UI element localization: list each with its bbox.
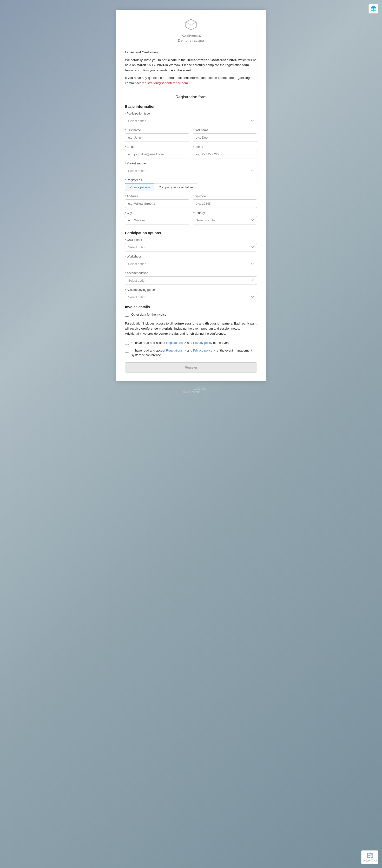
invoice-checkbox-row: Other data for the invoice <box>125 312 257 317</box>
accompanying-person-select[interactable]: Select option <box>125 293 257 301</box>
footer: sf-conference 1.0.0-dev 2024 © sf-labs <box>176 387 206 394</box>
register-as-toggle: Private person Company representative <box>125 183 257 191</box>
intro-contact: If you have any questions or need additi… <box>125 75 257 86</box>
participation-type-group: * Participation type Select option <box>125 112 257 125</box>
phone-label: * Phone <box>193 145 257 149</box>
country-select[interactable]: Select country <box>193 216 257 224</box>
market-segment-select[interactable]: Select option <box>125 166 257 175</box>
email-group: * Email <box>125 145 189 158</box>
country-label: * Country <box>193 211 257 215</box>
logo-title: Konferencja Demonstracyjna <box>178 33 204 43</box>
accommodation-label: * Accommodation <box>125 272 257 275</box>
consent1-regulations-link[interactable]: Regulations ↗ <box>166 341 186 345</box>
market-segment-group: * Market segment Select option <box>125 162 257 175</box>
register-as-label: * Register as <box>125 179 257 182</box>
workshops-label: * Workshops <box>125 255 257 258</box>
intro-body: We cordially invite you to participate i… <box>125 57 257 73</box>
last-name-input[interactable] <box>193 133 257 142</box>
private-person-button[interactable]: Private person <box>125 183 154 191</box>
address-label: * Address <box>125 194 189 198</box>
contact-row: * Email * Phone <box>125 145 257 162</box>
zip-code-group: * Zip code <box>193 194 257 208</box>
city-input[interactable] <box>125 216 189 224</box>
company-representative-button[interactable]: Company representative <box>154 183 198 191</box>
participation-note: Participation includes access to all lec… <box>125 321 257 336</box>
invoice-checkbox-label: Other data for the invoice <box>131 312 167 317</box>
accompanying-person-label: * Accompanying person <box>125 288 257 292</box>
basic-info-section-label: Basic information <box>125 104 257 108</box>
zip-code-label: * Zip code <box>193 194 257 198</box>
logo-icon <box>185 18 197 31</box>
consent1-row: * I have read and accept Regulations ↗ a… <box>125 340 257 345</box>
address-input[interactable] <box>125 199 189 208</box>
consent2-regulations-link[interactable]: Regulations ↗ <box>166 349 186 352</box>
divider <box>125 91 257 91</box>
recaptcha-badge: 🔄 reCAPTCHA <box>361 850 378 864</box>
consent1-privacy-link[interactable]: Privacy policy <box>193 341 212 345</box>
city-country-row: * City * Country Select country <box>125 211 257 228</box>
address-row: * Address * Zip code <box>125 194 257 211</box>
workshops-select[interactable]: Select option <box>125 260 257 268</box>
country-group: * Country Select country <box>193 211 257 224</box>
participation-type-select[interactable]: Select option <box>125 117 257 125</box>
logo-area: Konferencja Demonstracyjna <box>125 18 257 43</box>
consent2-checkbox[interactable] <box>125 349 129 352</box>
last-name-group: * Last name <box>193 128 257 142</box>
name-row: * First name * Last name <box>125 128 257 145</box>
gala-dinner-select[interactable]: Select option <box>125 243 257 251</box>
first-name-group: * First name <box>125 128 189 142</box>
city-group: * City <box>125 211 189 224</box>
accompanying-person-group: * Accompanying person Select option <box>125 288 257 301</box>
accommodation-group: * Accommodation Select option <box>125 272 257 285</box>
email-label: * Email <box>125 145 189 149</box>
register-as-group: * Register as Private person Company rep… <box>125 179 257 191</box>
participation-options-section-label: Participation options <box>125 231 257 235</box>
city-label: * City <box>125 211 189 215</box>
accommodation-select[interactable]: Select option <box>125 276 257 285</box>
gala-dinner-label: * Gala dinner <box>125 238 257 242</box>
email-input[interactable] <box>125 150 189 158</box>
consent2-privacy-link[interactable]: Privacy policy ↗ <box>193 349 216 352</box>
phone-input[interactable] <box>193 150 257 158</box>
contact-email-link[interactable]: registration@sf-conference.com <box>142 81 188 85</box>
registration-card: Konferencja Demonstracyjna Ladies and Ge… <box>116 10 266 381</box>
address-group: * Address <box>125 194 189 208</box>
footer-link[interactable]: sf-conference <box>176 387 194 390</box>
first-name-input[interactable] <box>125 133 189 142</box>
form-title: Registration form <box>125 95 257 100</box>
phone-group: * Phone <box>193 145 257 158</box>
consent2-label: * I have read and accept Regulations ↗ a… <box>131 348 257 358</box>
last-name-label: * Last name <box>193 128 257 132</box>
market-segment-label: * Market segment <box>125 162 257 165</box>
participation-type-label: * Participation type <box>125 112 257 116</box>
first-name-label: * First name <box>125 128 189 132</box>
gala-dinner-group: * Gala dinner Select option <box>125 238 257 251</box>
consent1-label: * I have read and accept Regulations ↗ a… <box>131 340 230 345</box>
consent2-row: * I have read and accept Regulations ↗ a… <box>125 348 257 358</box>
svg-marker-1 <box>186 19 196 25</box>
invoice-details-section-label: Invoice details <box>125 305 257 309</box>
recaptcha-icon: 🔄 <box>363 852 376 858</box>
required-star: * <box>125 112 126 116</box>
intro-greeting: Ladies and Gentlemen, <box>125 50 257 55</box>
recaptcha-text: reCAPTCHA <box>363 859 377 862</box>
workshops-group: * Workshops Select option <box>125 255 257 268</box>
language-button[interactable]: 🌐 <box>369 4 378 13</box>
register-button[interactable]: Register <box>125 362 257 373</box>
zip-code-input[interactable] <box>193 199 257 208</box>
consent1-checkbox[interactable] <box>125 341 129 345</box>
invoice-checkbox[interactable] <box>125 313 129 317</box>
